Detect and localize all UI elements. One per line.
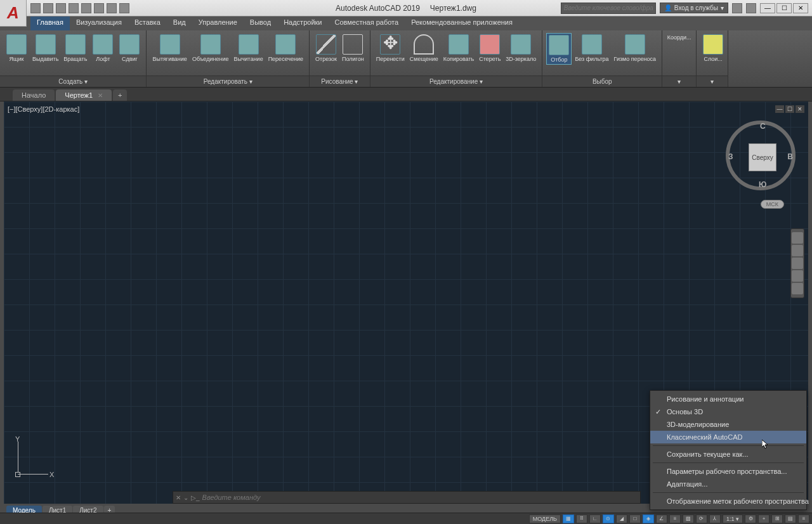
status-model-button[interactable]: МОДЕЛЬ [529, 514, 561, 523]
status-otrack-icon[interactable]: ∠ [656, 514, 667, 523]
minimize-button[interactable]: — [760, 3, 775, 13]
status-workspace-icon[interactable]: ⚙ [745, 514, 756, 523]
ws-customize[interactable]: Адаптация... [650, 478, 806, 490]
panel-coord-title[interactable]: ▾ [662, 75, 696, 87]
viewcube[interactable]: Сверху С Ю В З [726, 121, 796, 190]
polygon-button[interactable]: Полигон [340, 33, 366, 63]
command-line[interactable]: ✕ ⌄ ▷_ [173, 491, 641, 504]
panel-modify-title[interactable]: Редактирование ▾ [370, 75, 542, 87]
ws-drafting[interactable]: Рисование и аннотации [650, 393, 806, 405]
offset-button[interactable]: Смещение [408, 33, 440, 63]
qat-saveas-icon[interactable] [69, 3, 79, 13]
qat-undo-icon[interactable] [107, 3, 117, 13]
status-transparency-icon[interactable]: ▨ [683, 514, 694, 523]
tab-addins[interactable]: Надстройки [277, 16, 328, 30]
tab-insert[interactable]: Вставка [128, 16, 167, 30]
tab-home[interactable]: Главная [30, 16, 70, 30]
move-button[interactable]: Перенести [374, 33, 407, 63]
presspull-button[interactable]: Вытягивание [150, 33, 188, 63]
tab-collab[interactable]: Совместная работа [328, 16, 405, 30]
mirror3d-button[interactable]: 3D-зеркало [504, 33, 538, 63]
vp-close-icon[interactable]: ✕ [796, 105, 804, 113]
union-button[interactable]: Объединение [190, 33, 231, 63]
compass-n[interactable]: С [760, 122, 766, 131]
tab-visualization[interactable]: Визуализация [70, 16, 128, 30]
status-polar-icon[interactable]: ⊙ [603, 514, 614, 523]
subtract-button[interactable]: Вычитание [232, 33, 265, 63]
vp-min-icon[interactable]: — [775, 105, 784, 113]
ws-3dmodeling[interactable]: 3D-моделирование [650, 418, 806, 431]
line-button[interactable]: Отрезок [313, 33, 339, 63]
qat-web-icon[interactable] [81, 3, 91, 13]
loft-button[interactable]: Лофт [90, 33, 115, 63]
filter-button[interactable]: Отбор [546, 33, 572, 65]
ws-settings[interactable]: Параметры рабочего пространства... [650, 465, 806, 478]
status-annoscale-icon[interactable]: ⅄ [709, 514, 721, 523]
close-button[interactable]: ✕ [793, 3, 808, 13]
status-customize-icon[interactable]: ≡ [798, 514, 809, 523]
exchange-icon[interactable] [732, 3, 742, 13]
compass-s[interactable]: Ю [759, 180, 766, 189]
help-icon[interactable] [746, 3, 756, 13]
viewcube-face[interactable]: Сверху [749, 143, 776, 171]
cmd-options-icon[interactable]: ⌄ [183, 494, 188, 501]
nav-wheel-icon[interactable] [792, 232, 803, 244]
viewport-label[interactable]: [−][Сверху][2D-каркас] [8, 105, 79, 113]
box-button[interactable]: Ящик [4, 33, 29, 63]
panel-edit-title[interactable]: Редактировать ▾ [147, 75, 309, 87]
qat-new-icon[interactable] [30, 3, 41, 13]
panel-draw-title[interactable]: Рисование ▾ [310, 75, 370, 87]
extrude-button[interactable]: Выдавить [30, 33, 60, 63]
cmd-close-icon[interactable]: ✕ [176, 494, 181, 501]
status-ortho-icon[interactable]: ∟ [589, 514, 601, 523]
status-lineweight-icon[interactable]: ≡ [669, 514, 681, 523]
coord-button[interactable]: Коорди... [666, 33, 692, 42]
layers-button[interactable]: Слои... [700, 33, 726, 63]
status-3dosnap-icon[interactable]: ◈ [643, 514, 654, 523]
nav-showmotion-icon[interactable] [792, 283, 803, 294]
nav-pan-icon[interactable] [792, 245, 803, 256]
vp-max-icon[interactable]: ☐ [785, 105, 794, 113]
qat-plot-icon[interactable] [94, 3, 104, 13]
nofilter-button[interactable]: Без фильтра [573, 33, 610, 63]
status-osnap-icon[interactable]: □ [629, 514, 641, 523]
tab-manage[interactable]: Управление [192, 16, 244, 30]
doctab-add[interactable]: + [113, 89, 127, 101]
intersect-button[interactable]: Пересечение [266, 33, 305, 63]
ws-save-as[interactable]: Сохранить текущее как... [650, 448, 806, 461]
ws-3dbasics[interactable]: Основы 3D [650, 405, 806, 418]
status-grid-icon[interactable]: ▦ [563, 514, 574, 523]
panel-layers-title[interactable]: ▾ [697, 75, 728, 87]
command-input[interactable] [202, 494, 638, 501]
signin-button[interactable]: 👤 Вход в службы ▾ [660, 3, 728, 13]
doctab-home[interactable]: Начало [13, 89, 55, 101]
nav-zoom-icon[interactable] [792, 258, 803, 269]
nav-orbit-icon[interactable] [792, 270, 803, 282]
doctab-drawing1[interactable]: Чертеж1✕ [56, 89, 112, 101]
copy-button[interactable]: Копировать [442, 33, 476, 63]
search-input[interactable] [561, 3, 656, 14]
qat-redo-icon[interactable] [119, 3, 129, 13]
close-tab-icon[interactable]: ✕ [98, 92, 103, 99]
status-scale-button[interactable]: 1:1 ▾ [723, 514, 743, 523]
gizmo-button[interactable]: Гизмо переноса [612, 33, 658, 63]
qat-save-icon[interactable] [56, 3, 66, 13]
panel-create-title[interactable]: Создать ▾ [0, 75, 146, 87]
tab-output[interactable]: Вывод [244, 16, 277, 30]
status-annomonitor-icon[interactable]: + [758, 514, 769, 523]
status-snap-icon[interactable]: ⠿ [576, 514, 587, 523]
status-isodraft-icon[interactable]: ◢ [616, 514, 627, 523]
erase-button[interactable]: Стереть [477, 33, 502, 63]
status-quickprops-icon[interactable]: ▤ [785, 514, 796, 523]
compass-e[interactable]: В [787, 152, 793, 161]
maximize-button[interactable]: ☐ [776, 3, 792, 13]
ws-classic[interactable]: Классический AutoCAD [650, 431, 806, 443]
ucs-badge[interactable]: МСК [761, 200, 784, 209]
status-units-icon[interactable]: ⊞ [771, 514, 783, 523]
compass-w[interactable]: З [728, 152, 733, 161]
tab-view[interactable]: Вид [167, 16, 192, 30]
app-menu-button[interactable]: A [0, 0, 27, 27]
ws-labels[interactable]: Отображение меток рабочего пространства [650, 495, 806, 508]
revolve-button[interactable]: Вращать [62, 33, 89, 63]
tab-recommended[interactable]: Рекомендованные приложения [405, 16, 519, 30]
